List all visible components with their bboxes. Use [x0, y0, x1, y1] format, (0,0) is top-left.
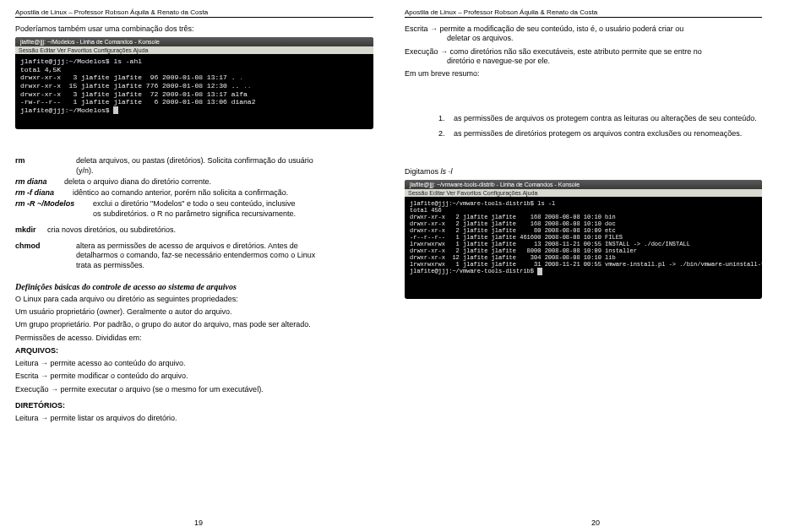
terminal-menu: Sessão Editar Ver Favoritos Configuraçõe…	[15, 46, 373, 54]
list-item-2: 2. as permissões de diretórios protegem …	[438, 129, 762, 138]
right-resumo: Em um breve resumo:	[405, 69, 762, 79]
terminal2-menu: Sessão Editar Ver Favoritos Configuraçõe…	[405, 189, 762, 197]
def-line-3: Um grupo proprietário. Por padrão, o gru…	[15, 320, 373, 329]
list-item-1: 1. as permissões de arquivos os protegem…	[438, 114, 762, 123]
def-line-2: Um usuário proprietário (owner). Geralme…	[15, 307, 373, 317]
page-left: Apostila de Linux – Professor Robson Áqu…	[0, 0, 389, 426]
terminal2-title: jlafite@jjj: ~/vmware-tools-distrib - Li…	[405, 180, 762, 189]
right-execucao: Execução → como diretórios não são execu…	[405, 47, 762, 67]
arq-leitura: Leitura → permite acesso ao conteúdo do …	[15, 359, 373, 368]
digitamos: Digitamos ls -l	[405, 167, 762, 176]
cmd-rm-f: rm -f diana idêntico ao comando anterior…	[15, 188, 373, 198]
arq-exec: Execução → permite executar o arquivo (s…	[15, 385, 373, 394]
page-number-right: 20	[591, 518, 600, 527]
header-left: Apostila de Linux – Professor Robson Áqu…	[15, 8, 373, 18]
def-line-4: Permissões de acesso. Divididas em:	[15, 334, 373, 343]
header-right: Apostila de Linux – Professor Robson Áqu…	[405, 8, 762, 18]
cmd-mkdir: mkdir cria novos diretórios, ou subdiret…	[15, 225, 373, 235]
label-diretorios: DIRETÓRIOS:	[15, 401, 373, 410]
right-escrita: Escrita → permite a modificação de seu c…	[405, 24, 762, 44]
terminal2-body: jlafite@jjj:~/vmware-tools-distrib$ ls -…	[405, 197, 762, 299]
cmd-rm-label: rm	[15, 156, 76, 176]
cmd-rm-diana: rm diana deleta o arquivo diana do diret…	[15, 177, 373, 187]
page-number-left: 19	[194, 518, 203, 527]
para-combo: Poderíamos também usar uma combinação do…	[15, 24, 373, 34]
dir-leitura: Leitura → permite listar os arquivos do …	[15, 414, 373, 423]
label-arquivos: ARQUIVOS:	[15, 346, 373, 356]
terminal-ls-l: jlafite@jjj: ~/vmware-tools-distrib - Li…	[405, 180, 762, 299]
arq-escrita: Escrita → permite modificar o conteúdo d…	[15, 372, 373, 381]
cmd-chmod: chmod altera as permissões de acesso de …	[15, 242, 373, 270]
terminal-ls-ahl: jlafite@jjj: ~/Modelos - Linha de Comand…	[15, 37, 373, 129]
section-title-definitions: Definições básicas do controle de acesso…	[15, 282, 373, 291]
terminal-body: jlafite@jjj:~/Modelos$ ls -ahl total 4,5…	[15, 54, 373, 129]
def-line-1: O Linux para cada arquivo ou diretório a…	[15, 295, 373, 304]
page-right: Apostila de Linux – Professor Robson Áqu…	[389, 0, 777, 306]
terminal-title: jlafite@jjj: ~/Modelos - Linha de Comand…	[15, 37, 373, 46]
cmd-rm: rm deleta arquivos, ou pastas (diretório…	[15, 156, 373, 176]
cmd-rm-R: rm -R ~/Modelos exclui o diretório "Mode…	[15, 199, 373, 219]
